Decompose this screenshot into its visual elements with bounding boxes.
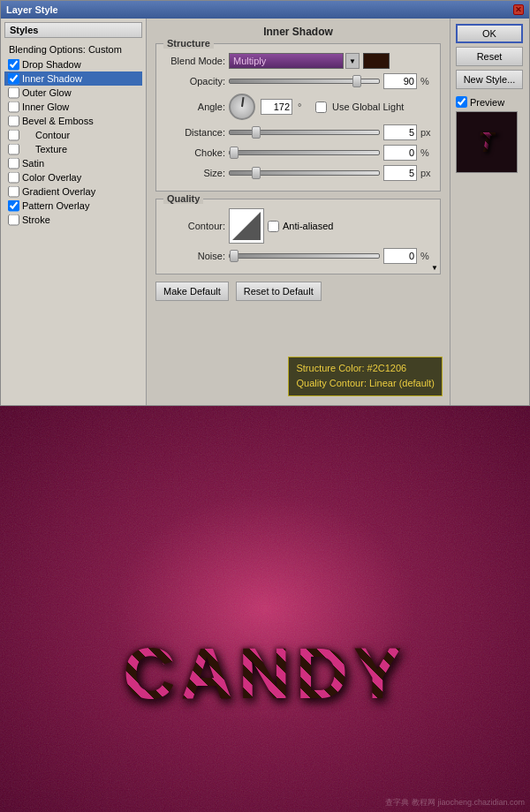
reset-button[interactable]: Reset (456, 47, 523, 66)
noise-row: Noise: % (163, 248, 433, 264)
contour-preview[interactable]: ▼ (229, 208, 264, 244)
size-label: Size: (163, 168, 225, 178)
sidebar-item-satin[interactable]: Satin (4, 156, 142, 170)
inner-shadow-checkbox[interactable] (8, 73, 19, 85)
angle-input[interactable] (261, 99, 292, 115)
color-overlay-checkbox[interactable] (8, 172, 19, 184)
noise-slider-wrapper (229, 253, 380, 259)
choke-slider-thumb[interactable] (230, 147, 238, 159)
use-global-light-checkbox[interactable] (315, 102, 327, 113)
bevel-emboss-label: Bevel & Emboss (22, 116, 94, 126)
canvas-area: CANDY 查字典 教程网 jiaocheng.chazidian.com (0, 406, 530, 812)
close-button[interactable]: ✕ (513, 4, 524, 15)
distance-unit: px (420, 127, 433, 138)
outer-glow-checkbox[interactable] (8, 87, 19, 99)
sidebar-item-pattern-overlay[interactable]: Pattern Overlay (4, 199, 142, 213)
opacity-slider-thumb[interactable] (352, 75, 361, 87)
gradient-overlay-label: Gradient Overlay (22, 186, 95, 197)
size-input[interactable] (383, 165, 417, 181)
sidebar-item-outer-glow[interactable]: Outer Glow (4, 86, 142, 100)
pattern-overlay-checkbox[interactable] (8, 200, 19, 212)
inner-shadow-label: Inner Shadow (22, 73, 82, 84)
opacity-slider-wrapper (229, 79, 380, 84)
outer-glow-label: Outer Glow (22, 87, 72, 98)
blend-mode-select[interactable]: Multiply (229, 53, 344, 69)
angle-dial[interactable] (229, 94, 255, 120)
candy-text: CANDY (123, 633, 407, 713)
ok-button[interactable]: OK (456, 24, 523, 43)
angle-unit: ° (298, 102, 310, 112)
texture-checkbox[interactable] (8, 144, 19, 155)
sidebar-item-color-overlay[interactable]: Color Overlay (4, 170, 142, 184)
blend-mode-row: Blend Mode: Multiply ▼ (163, 53, 433, 69)
sidebar-item-gradient-overlay[interactable]: Gradient Overlay (4, 184, 142, 199)
preview-checkbox[interactable] (456, 96, 467, 108)
dialog-body: Styles Blending Options: Custom Drop Sha… (1, 19, 529, 405)
noise-unit: % (420, 251, 433, 261)
panel-title: Inner Shadow (155, 26, 441, 38)
opacity-row: Opacity: % (163, 73, 433, 89)
choke-label: Choke: (163, 147, 225, 158)
opacity-slider-track[interactable] (229, 79, 380, 84)
preview-label-row: Preview (456, 96, 524, 108)
bevel-emboss-checkbox[interactable] (8, 116, 19, 127)
choke-slider-track[interactable] (229, 150, 380, 155)
size-slider-thumb[interactable] (252, 167, 261, 179)
size-unit: px (420, 168, 433, 178)
distance-label: Distance: (163, 127, 225, 138)
noise-slider-thumb[interactable] (230, 250, 238, 262)
preview-text-label: Preview (470, 97, 504, 108)
main-content: Inner Shadow Structure Blend Mode: Multi… (147, 19, 450, 405)
contour-label: Contour: (163, 221, 225, 231)
size-row: Size: px (163, 165, 433, 181)
reset-default-button[interactable]: Reset to Default (236, 282, 322, 301)
sidebar-item-drop-shadow[interactable]: Drop Shadow (4, 57, 142, 71)
contour-checkbox[interactable] (8, 130, 19, 141)
noise-slider-track[interactable] (229, 253, 380, 259)
sidebar-item-inner-glow[interactable]: Inner Glow (4, 100, 142, 114)
inner-glow-checkbox[interactable] (8, 102, 19, 113)
layer-style-dialog: Layer Style ✕ Styles Blending Options: C… (0, 0, 530, 406)
choke-input[interactable] (383, 145, 417, 161)
sidebar-item-contour[interactable]: Contour (4, 128, 142, 142)
sidebar-item-inner-shadow[interactable]: Inner Shadow (4, 71, 142, 86)
opacity-input[interactable] (383, 73, 417, 89)
noise-label: Noise: (163, 251, 225, 261)
anti-aliased-checkbox[interactable] (268, 221, 279, 232)
pattern-overlay-label: Pattern Overlay (22, 200, 89, 211)
make-default-button[interactable]: Make Default (155, 282, 229, 301)
distance-slider-thumb[interactable] (252, 126, 261, 139)
satin-checkbox[interactable] (8, 158, 19, 169)
choke-slider-wrapper (229, 150, 380, 155)
sidebar-item-stroke[interactable]: Stroke (4, 213, 142, 227)
gradient-overlay-checkbox[interactable] (8, 186, 19, 198)
preview-box: T (456, 111, 518, 173)
quality-title: Quality (163, 193, 203, 204)
left-panel: Styles Blending Options: Custom Drop Sha… (1, 19, 147, 405)
blend-color-swatch[interactable] (363, 53, 390, 69)
distance-slider-wrapper (229, 130, 380, 135)
dialog-titlebar: Layer Style ✕ (1, 1, 529, 19)
svg-marker-0 (232, 212, 261, 240)
sidebar-item-bevel-emboss[interactable]: Bevel & Emboss (4, 114, 142, 128)
tooltip-box: Structure Color: #2C1206 Quality Contour… (288, 357, 443, 396)
angle-control: ° Use Global Light (229, 94, 404, 120)
distance-input[interactable] (383, 124, 417, 140)
distance-slider-track[interactable] (229, 130, 380, 135)
stroke-checkbox[interactable] (8, 214, 19, 226)
preview-letter: T (478, 126, 496, 159)
new-style-button[interactable]: New Style... (456, 70, 523, 89)
noise-overlay (0, 406, 530, 812)
size-slider-track[interactable] (229, 170, 380, 176)
sidebar-item-texture[interactable]: Texture (4, 142, 142, 156)
noise-input[interactable] (383, 248, 417, 264)
structure-title: Structure (163, 38, 214, 49)
contour-label: Contour (35, 130, 70, 140)
drop-shadow-checkbox[interactable] (8, 59, 19, 71)
blend-mode-wrapper: Multiply ▼ (229, 53, 360, 69)
blending-options-item[interactable]: Blending Options: Custom (4, 41, 142, 57)
choke-unit: % (420, 147, 433, 158)
blend-mode-dropdown-arrow[interactable]: ▼ (345, 53, 360, 69)
styles-header[interactable]: Styles (4, 22, 142, 38)
right-panel: OK Reset New Style... Preview T (450, 19, 529, 405)
